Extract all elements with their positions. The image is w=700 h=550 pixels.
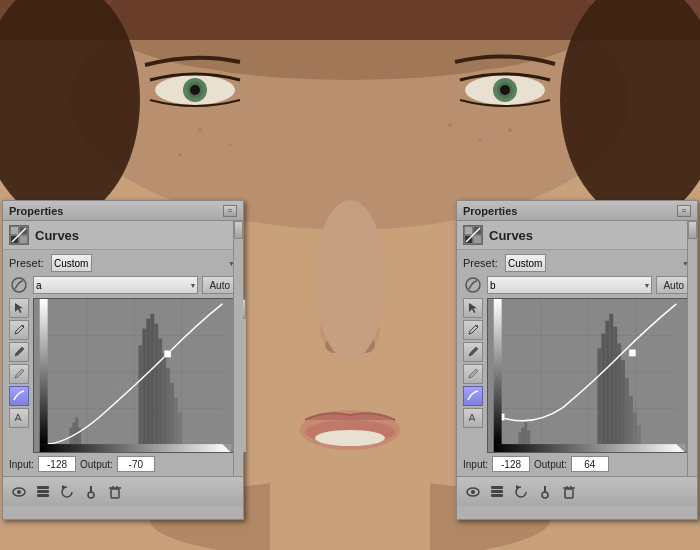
- toolbar-icon-trash-left[interactable]: [105, 482, 125, 502]
- panel-left-vscroll-thumb[interactable]: [234, 221, 243, 239]
- tool-eyedropper3-right[interactable]: [463, 364, 483, 384]
- svg-rect-107: [518, 432, 521, 444]
- panel-left-io-row: Input: Output:: [9, 456, 237, 472]
- panel-right-graph[interactable]: [487, 298, 691, 453]
- panel-left-graph[interactable]: [33, 298, 237, 453]
- panel-left-header: Properties =: [3, 201, 243, 221]
- svg-rect-112: [629, 349, 636, 356]
- svg-rect-120: [491, 486, 503, 489]
- svg-rect-56: [166, 368, 170, 444]
- svg-rect-110: [527, 430, 530, 444]
- panel-left-auto-btn[interactable]: Auto: [202, 276, 237, 294]
- svg-rect-59: [178, 413, 182, 445]
- tool-eyedropper2-right[interactable]: [463, 342, 483, 362]
- panel-right-graph-svg: [488, 299, 690, 452]
- svg-rect-53: [154, 324, 158, 444]
- svg-rect-99: [609, 314, 613, 444]
- panel-right-output-label: Output:: [534, 459, 567, 470]
- tool-pointer-right[interactable]: [463, 298, 483, 318]
- svg-rect-98: [605, 321, 609, 444]
- tool-curve-right[interactable]: [463, 386, 483, 406]
- svg-rect-52: [150, 314, 154, 444]
- panel-left-tools: [9, 298, 31, 453]
- svg-rect-49: [138, 345, 142, 444]
- panel-right-menu-btn[interactable]: =: [677, 205, 691, 217]
- tool-eyedropper1-right[interactable]: [463, 320, 483, 340]
- tool-sample-left[interactable]: [9, 408, 29, 428]
- svg-point-21: [500, 85, 510, 95]
- svg-rect-102: [621, 360, 625, 444]
- panel-right-vscroll[interactable]: [687, 221, 697, 489]
- panel-left-output-value[interactable]: [117, 456, 155, 472]
- panel-right-tools: [463, 298, 485, 453]
- panel-right-output-value[interactable]: [571, 456, 609, 472]
- panel-left-input-label: Input:: [9, 459, 34, 470]
- panel-left-channel-select[interactable]: a: [33, 276, 198, 294]
- panel-right-preset-wrapper: Custom: [505, 254, 691, 272]
- tool-eyedropper1-left[interactable]: [9, 320, 29, 340]
- panel-right-vscroll-thumb[interactable]: [688, 221, 697, 239]
- panel-left-output-label: Output:: [80, 459, 113, 470]
- panel-left-title: Properties: [9, 205, 63, 217]
- panel-right-input-value[interactable]: [492, 456, 530, 472]
- channel-icon-left: [9, 276, 29, 294]
- svg-rect-97: [601, 334, 605, 445]
- toolbar-icon-trash-right[interactable]: [559, 482, 579, 502]
- panel-left-channel-row: a Auto: [9, 276, 237, 294]
- panel-left-body: Preset: Custom a Auto: [3, 250, 243, 476]
- toolbar-icon-layers-right[interactable]: [487, 482, 507, 502]
- svg-rect-105: [633, 413, 637, 445]
- panel-right-auto-btn[interactable]: Auto: [656, 276, 691, 294]
- panel-left-toolbar: [3, 476, 243, 506]
- panel-right-preset-select[interactable]: Custom: [505, 254, 546, 272]
- toolbar-icon-brush-left[interactable]: [81, 482, 101, 502]
- svg-rect-113: [494, 444, 685, 452]
- svg-rect-104: [629, 396, 633, 444]
- tool-eyedropper3-left[interactable]: [9, 364, 29, 384]
- panel-left-vscroll[interactable]: [233, 221, 243, 489]
- toolbar-icon-history-left[interactable]: [57, 482, 77, 502]
- tool-curve-left[interactable]: [9, 386, 29, 406]
- panel-left-channel-wrapper: a: [33, 276, 198, 294]
- svg-point-27: [315, 430, 385, 446]
- svg-rect-66: [40, 299, 48, 444]
- panel-left-preset-wrapper: Custom: [51, 254, 237, 272]
- svg-rect-81: [465, 227, 472, 234]
- svg-rect-34: [11, 227, 18, 234]
- tool-pointer-left[interactable]: [9, 298, 29, 318]
- panel-right-channel-row: b Auto: [463, 276, 691, 294]
- toolbar-icon-eye-right[interactable]: [463, 482, 483, 502]
- panel-right-header: Properties =: [457, 201, 697, 221]
- svg-point-122: [542, 492, 548, 498]
- svg-rect-119: [491, 490, 503, 493]
- channel-icon-right: [463, 276, 483, 294]
- toolbar-icon-layers-left[interactable]: [33, 482, 53, 502]
- tool-eyedropper2-left[interactable]: [9, 342, 29, 362]
- svg-rect-65: [40, 444, 231, 452]
- panel-left-input-value[interactable]: [38, 456, 76, 472]
- svg-point-38: [12, 278, 26, 292]
- curves-icon-right: [463, 225, 483, 245]
- svg-rect-70: [37, 494, 49, 497]
- panel-left-preset-row: Preset: Custom: [9, 254, 237, 272]
- svg-rect-64: [164, 350, 171, 357]
- panel-left-controls: =: [223, 205, 237, 217]
- svg-point-10: [479, 139, 482, 142]
- panel-left-preset-select[interactable]: Custom: [51, 254, 92, 272]
- panel-left-menu-btn[interactable]: =: [223, 205, 237, 217]
- svg-rect-58: [174, 398, 178, 444]
- panel-right-graph-section: [463, 298, 691, 453]
- svg-rect-61: [72, 422, 75, 444]
- svg-point-74: [88, 492, 94, 498]
- toolbar-icon-brush-right[interactable]: [535, 482, 555, 502]
- svg-point-117: [471, 490, 475, 494]
- svg-rect-37: [20, 236, 27, 243]
- svg-point-86: [476, 325, 478, 327]
- tool-sample-right[interactable]: [463, 408, 483, 428]
- panel-right-channel-select[interactable]: b: [487, 276, 652, 294]
- svg-rect-63: [78, 427, 81, 444]
- svg-point-7: [229, 144, 232, 147]
- svg-point-30: [315, 200, 385, 360]
- toolbar-icon-eye-left[interactable]: [9, 482, 29, 502]
- toolbar-icon-history-right[interactable]: [511, 482, 531, 502]
